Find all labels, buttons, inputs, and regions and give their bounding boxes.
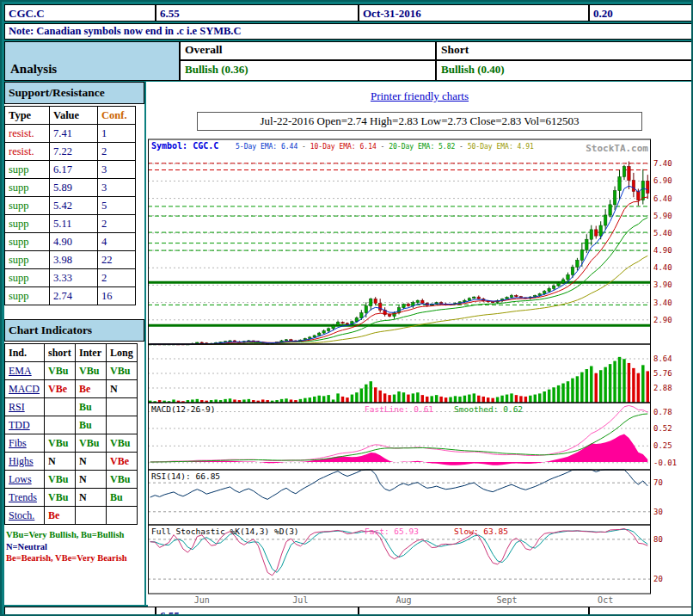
svg-text:0.52: 0.52	[653, 424, 672, 433]
sr-type: supp	[5, 179, 50, 197]
svg-text:30: 30	[653, 508, 663, 516]
sr-value: 7.22	[50, 143, 98, 161]
svg-text:0.25: 0.25	[653, 441, 672, 450]
svg-text:5.76: 5.76	[653, 369, 672, 378]
svg-text:0.78: 0.78	[653, 408, 672, 416]
svg-text:5.40: 5.40	[653, 229, 672, 237]
sr-row: supp5.112	[5, 215, 136, 233]
ind-header-inter: Inter	[76, 344, 107, 362]
sr-type: supp	[5, 251, 50, 269]
indicator-link-fibs[interactable]: Fibs	[9, 437, 27, 449]
svg-text:Aug: Aug	[396, 595, 411, 605]
sr-conf: 4	[98, 233, 136, 251]
indicator-name-cell: Trends	[5, 489, 45, 507]
sr-conf: 1	[98, 125, 136, 143]
svg-text:5.90: 5.90	[653, 212, 672, 220]
indicator-row: RSIBu	[5, 398, 138, 416]
sr-value: 5.11	[50, 215, 98, 233]
indicator-row: TDDBu	[5, 416, 138, 434]
sr-conf: 3	[98, 161, 136, 179]
sr-row: supp5.425	[5, 197, 136, 215]
quote-date: Oct-31-2016	[359, 4, 589, 22]
indicator-link-lows[interactable]: Lows	[9, 473, 32, 485]
sr-value: 3.98	[50, 251, 98, 269]
legend-line: N=Neutral	[6, 541, 143, 553]
indicator-link-rsi[interactable]: RSI	[9, 401, 25, 413]
support-resistance-table: TypeValueConf.resist.7.411resist.7.222su…	[4, 106, 136, 305]
indicator-short-value	[45, 416, 76, 434]
analysis-overall-value: Bullish (0.36)	[180, 60, 436, 81]
sr-row: supp3.9822	[5, 251, 136, 269]
analysis-overall-column: Overall Bullish (0.36)	[180, 41, 436, 81]
indicator-short-value: VBu	[45, 489, 76, 507]
svg-text:7.40: 7.40	[653, 159, 672, 168]
svg-text:Jun: Jun	[194, 595, 210, 605]
legend-line: VBu=Very Bullish, Bu=Bullish	[6, 529, 143, 541]
indicator-link-highs[interactable]: Highs	[9, 455, 34, 467]
sr-value: 2.74	[50, 287, 98, 305]
printer-friendly-link[interactable]: Printer friendly charts	[371, 89, 469, 102]
indicator-short-value: VBe	[45, 380, 76, 398]
indicator-link-ema[interactable]: EMA	[9, 365, 32, 377]
sr-conf: 2	[98, 215, 136, 233]
svg-text:3.40: 3.40	[653, 299, 672, 307]
sr-type: supp	[5, 161, 50, 179]
chart-indicators-table: Ind.shortInterLongEMAVBuVBuVBuMACDVBeBeN…	[4, 343, 138, 525]
sr-type: supp	[5, 269, 50, 287]
bottom-change-cell	[589, 607, 692, 616]
sr-row: resist.7.411	[5, 125, 136, 143]
sr-row: supp6.173	[5, 161, 136, 179]
indicator-name-cell: RSI	[5, 398, 45, 416]
svg-text:5-Day EMA: 6.44 - 10-Day EMA:: 5-Day EMA: 6.44 - 10-Day EMA: 6.14 - 20-…	[236, 143, 534, 151]
bottom-date-cell	[359, 607, 589, 616]
analysis-title: Analysis	[4, 41, 180, 81]
svg-text:FastLine: 0.61: FastLine: 0.61	[365, 404, 433, 414]
indicator-link-stoch[interactable]: Stoch.	[9, 509, 34, 521]
ind-header-short: short	[45, 344, 76, 362]
indicator-row: EMAVBuVBuVBu	[5, 362, 138, 380]
svg-text:Sept: Sept	[496, 595, 517, 605]
indicator-long-value: VBu	[107, 434, 138, 453]
svg-text:Jul: Jul	[292, 595, 308, 605]
sr-conf: 2	[98, 269, 136, 287]
indicator-name-cell: Fibs	[5, 434, 45, 453]
svg-text:6.40: 6.40	[653, 194, 672, 203]
indicator-link-macd[interactable]: MACD	[9, 383, 40, 395]
indicator-row: Stoch.Be	[5, 507, 138, 525]
indicator-inter-value: Bu	[76, 416, 107, 434]
svg-text:-0.01: -0.01	[653, 459, 677, 467]
sr-row: supp4.904	[5, 233, 136, 251]
ind-header-ind: Ind.	[5, 344, 45, 362]
svg-text:Oct: Oct	[598, 595, 613, 605]
indicator-inter-value: N	[76, 453, 107, 471]
indicator-short-value: VBu	[45, 471, 76, 489]
sr-row: supp2.7416	[5, 287, 136, 305]
indicator-short-value: Be	[45, 507, 76, 525]
svg-text:RSI(14): 66.85: RSI(14): 66.85	[151, 471, 220, 481]
sr-value: 7.41	[50, 125, 98, 143]
indicator-row: FibsVBuVBuVBu	[5, 434, 138, 453]
indicator-inter-value: N	[76, 489, 107, 507]
svg-text:80: 80	[653, 535, 663, 544]
sr-type: resist.	[5, 125, 50, 143]
svg-text:MACD(12-26-9): MACD(12-26-9)	[151, 404, 215, 414]
indicator-link-tdd[interactable]: TDD	[9, 419, 30, 431]
indicator-inter-value: N	[76, 471, 107, 489]
svg-text:Symbol: CGC.C: Symbol: CGC.C	[151, 141, 218, 151]
indicator-long-value: VBu	[107, 471, 138, 489]
sr-type: supp	[5, 215, 50, 233]
printer-link-row: Printer friendly charts	[146, 82, 693, 107]
sr-header-value: Value	[50, 107, 98, 125]
quote-change: 0.20	[589, 4, 692, 22]
sr-type: supp	[5, 197, 50, 215]
stockta-page: CGC.C 6.55 Oct-31-2016 0.20 Note: Canadi…	[0, 0, 693, 616]
indicator-inter-value: Be	[76, 380, 107, 398]
indicator-name-cell: Highs	[5, 453, 45, 471]
indicator-link-trends[interactable]: Trends	[9, 491, 37, 503]
sr-conf: 16	[98, 287, 136, 305]
sr-header-conf[interactable]: Conf.	[98, 107, 136, 125]
indicator-long-value: Bu	[107, 489, 138, 507]
indicator-inter-value: VBu	[76, 362, 107, 380]
svg-text:6.90: 6.90	[653, 176, 672, 185]
legend-line: Be=Bearish, VBe=Very Bearish	[6, 552, 143, 564]
